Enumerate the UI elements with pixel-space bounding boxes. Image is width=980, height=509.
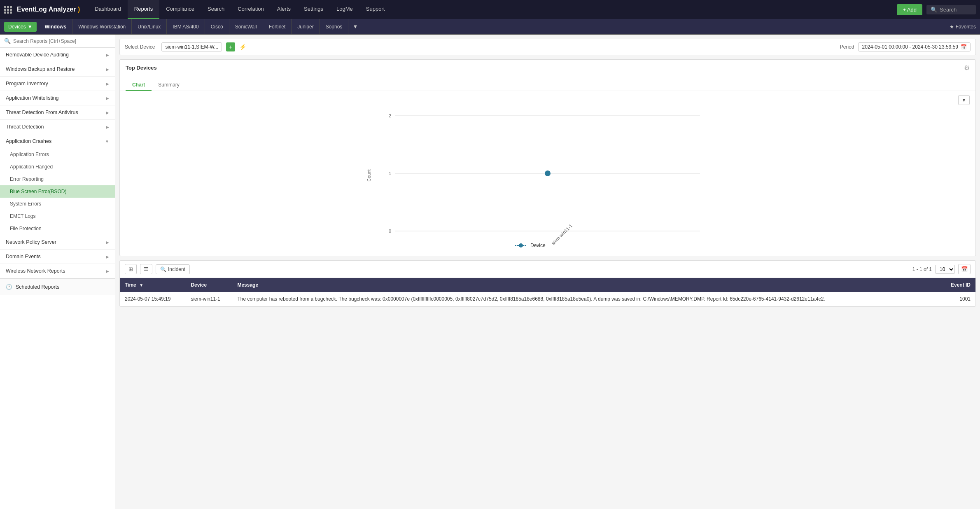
device-selector[interactable]: siem-win11-1,SIEM-W... xyxy=(161,42,222,51)
sidebar-item-label: Removable Device Auditing xyxy=(6,52,69,58)
subnav-ibm-as400[interactable]: IBM AS/400 xyxy=(167,19,205,35)
sidebar-item-threat-detection[interactable]: Threat Detection ▶ xyxy=(0,120,115,134)
sub-navigation: Devices ▼ Windows Windows Workstation Un… xyxy=(0,19,980,35)
per-page-select[interactable]: 10 25 50 xyxy=(935,265,955,274)
sidebar-search-box[interactable]: 🔍 xyxy=(0,35,115,48)
sidebar-section-threat-detection-antivirus: Threat Detection From Antivirus ▶ xyxy=(0,105,115,120)
devices-button[interactable]: Devices ▼ xyxy=(4,22,37,32)
col-time[interactable]: Time ▼ xyxy=(120,278,186,292)
subnav-windows-workstation[interactable]: Windows Workstation xyxy=(72,19,132,35)
sidebar-sub-item-app-errors[interactable]: Application Errors xyxy=(0,148,115,161)
top-navigation: EventLog Analyzer ) Dashboard Reports Co… xyxy=(0,0,980,19)
sidebar-sub-item-bsod[interactable]: Blue Screen Error(BSOD) xyxy=(0,185,115,198)
nav-items: Dashboard Reports Compliance Search Corr… xyxy=(88,0,897,19)
sidebar-item-label: Wireless Network Reports xyxy=(6,268,65,274)
svg-text:siem-win11-1: siem-win11-1 xyxy=(551,223,573,246)
sidebar-sub-item-emet-logs[interactable]: EMET Logs xyxy=(0,210,115,222)
chart-tab-summary[interactable]: Summary xyxy=(152,79,186,91)
sidebar-item-domain-events[interactable]: Domain Events ▶ xyxy=(0,250,115,264)
svg-point-8 xyxy=(545,170,551,176)
table-row: 2024-05-07 15:49:19 siem-win11-1 The com… xyxy=(120,292,975,306)
chevron-right-icon: ▶ xyxy=(106,125,109,129)
app-grid-icon xyxy=(4,6,12,14)
sidebar-sub-item-app-hanged[interactable]: Application Hanged xyxy=(0,161,115,173)
sidebar-item-label: Application Crashes xyxy=(6,138,51,144)
col-device: Device xyxy=(186,278,232,292)
svg-text:1: 1 xyxy=(389,171,391,176)
favorites-label: Favorites xyxy=(956,24,976,30)
sidebar-search-icon: 🔍 xyxy=(4,38,11,44)
favorites-button[interactable]: ★ Favorites xyxy=(950,24,976,30)
sidebar-sub-item-error-reporting[interactable]: Error Reporting xyxy=(0,173,115,185)
sidebar-item-windows-backup[interactable]: Windows Backup and Restore ▶ xyxy=(0,62,115,76)
logo-accent: ) xyxy=(78,6,80,13)
period-selector[interactable]: 2024-05-01 00:00:00 - 2024-05-30 23:59:5… xyxy=(858,42,971,51)
nav-settings[interactable]: Settings xyxy=(297,0,330,19)
nav-compliance[interactable]: Compliance xyxy=(159,0,201,19)
nav-logme[interactable]: LogMe xyxy=(330,0,359,19)
nav-alerts[interactable]: Alerts xyxy=(271,0,297,19)
sidebar-item-threat-detection-antivirus[interactable]: Threat Detection From Antivirus ▶ xyxy=(0,105,115,119)
settings-icon[interactable]: ⚙ xyxy=(964,64,970,72)
scheduled-reports-label: Scheduled Reports xyxy=(16,284,59,290)
sidebar-section-removable: Removable Device Auditing ▶ xyxy=(0,48,115,62)
collapse-button[interactable]: ▼ xyxy=(958,95,970,105)
devices-label: Devices xyxy=(8,24,26,30)
export-button[interactable]: 📅 xyxy=(958,264,971,274)
chart-svg: Count 2 1 0 siem-win11-1 xyxy=(128,99,967,247)
sidebar-sub-item-file-protection[interactable]: File Protection xyxy=(0,222,115,235)
device-value: siem-win11-1,SIEM-W... xyxy=(165,44,218,50)
sidebar-section-windows-backup: Windows Backup and Restore ▶ xyxy=(0,62,115,77)
incident-button[interactable]: 🔍 Incident xyxy=(156,264,190,274)
sidebar-item-app-whitelisting[interactable]: Application Whitelisting ▶ xyxy=(0,91,115,105)
sidebar-item-app-crashes[interactable]: Application Crashes ▼ xyxy=(0,134,115,148)
nav-dashboard[interactable]: Dashboard xyxy=(88,0,128,19)
svg-text:Count: Count xyxy=(366,169,371,181)
subnav-sonicwall[interactable]: SonicWall xyxy=(229,19,263,35)
sidebar-item-removable-device-auditing[interactable]: Removable Device Auditing ▶ xyxy=(0,48,115,62)
sidebar-item-network-policy[interactable]: Network Policy Server ▶ xyxy=(0,235,115,249)
subnav-unix-linux[interactable]: Unix/Linux xyxy=(132,19,167,35)
subnav-juniper[interactable]: Juniper xyxy=(292,19,320,35)
chevron-right-icon: ▶ xyxy=(106,254,109,259)
main-layout: 🔍 Removable Device Auditing ▶ Windows Ba… xyxy=(0,35,980,509)
subnav-sophos[interactable]: Sophos xyxy=(320,19,349,35)
calendar-icon: 📅 xyxy=(961,44,967,50)
nav-correlation[interactable]: Correlation xyxy=(231,0,271,19)
sidebar-item-wireless-network[interactable]: Wireless Network Reports ▶ xyxy=(0,264,115,278)
nav-search[interactable]: Search xyxy=(201,0,231,19)
grid-view-button[interactable]: ⊞ xyxy=(125,264,137,274)
logo-area: EventLog Analyzer ) xyxy=(4,6,80,14)
global-search[interactable]: 🔍 Search xyxy=(926,5,976,14)
list-view-button[interactable]: ☰ xyxy=(140,264,152,274)
subnav-fortinet[interactable]: Fortinet xyxy=(263,19,292,35)
subnav-more-icon[interactable]: ▼ xyxy=(348,19,362,35)
add-button[interactable]: + Add xyxy=(897,4,922,15)
scheduled-reports-button[interactable]: 🕐 Scheduled Reports xyxy=(0,278,115,295)
svg-text:Device: Device xyxy=(530,243,546,247)
nav-reports[interactable]: Reports xyxy=(128,0,160,19)
subnav-cisco[interactable]: Cisco xyxy=(205,19,229,35)
chart-header: Top Devices ⚙ xyxy=(120,60,975,76)
sidebar-section-app-crashes: Application Crashes ▼ Application Errors… xyxy=(0,134,115,235)
chevron-down-icon: ▼ xyxy=(105,139,109,144)
sidebar-sub-item-system-errors[interactable]: System Errors xyxy=(0,198,115,210)
sidebar-item-program-inventory[interactable]: Program Inventory ▶ xyxy=(0,77,115,91)
cell-device: siem-win11-1 xyxy=(186,292,232,306)
chart-body: ▼ Count 2 1 0 siem-win11-1 xyxy=(120,91,975,256)
chevron-right-icon: ▶ xyxy=(106,96,109,100)
filter-icon[interactable]: ⚡ xyxy=(239,44,246,50)
sidebar: 🔍 Removable Device Auditing ▶ Windows Ba… xyxy=(0,35,115,509)
nav-right: + Add 🔍 Search xyxy=(897,4,976,15)
nav-support[interactable]: Support xyxy=(359,0,392,19)
sidebar-search-input[interactable] xyxy=(13,38,111,44)
cell-time: 2024-05-07 15:49:19 xyxy=(120,292,186,306)
pagination-info: 1 - 1 of 1 xyxy=(912,266,932,272)
chart-tabs: Chart Summary xyxy=(120,76,975,91)
sidebar-section-wireless-network: Wireless Network Reports ▶ xyxy=(0,264,115,278)
device-add-button[interactable]: + xyxy=(226,42,235,51)
table-header-row: Time ▼ Device Message Event ID xyxy=(120,278,975,292)
chart-tab-chart[interactable]: Chart xyxy=(126,79,152,91)
sidebar-item-label: Threat Detection From Antivirus xyxy=(6,110,78,115)
subnav-windows[interactable]: Windows xyxy=(39,19,73,35)
